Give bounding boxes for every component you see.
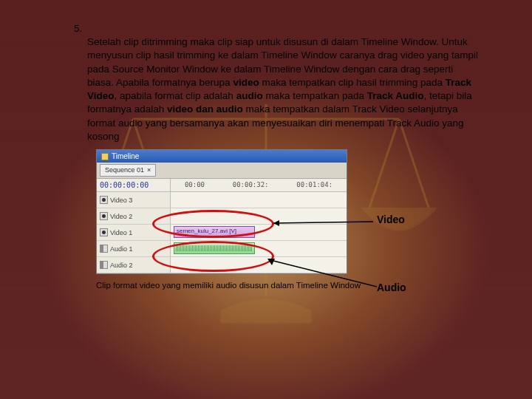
- timeline-figure: Timeline Sequence 01 × 00:00:00:00 00:00…: [96, 149, 347, 274]
- video-clip[interactable]: semen_kulu_27.avi [V]: [174, 226, 255, 238]
- track-label: Video 1: [110, 228, 132, 237]
- eye-icon[interactable]: [100, 228, 108, 236]
- eye-icon[interactable]: [100, 196, 108, 204]
- step-number: 5.: [74, 23, 82, 34]
- track-video-1: Video 1 semen_kulu_27.avi [V]: [97, 225, 347, 241]
- text: , apabila format clip adalah: [115, 90, 236, 101]
- tab-label: Sequence 01: [105, 166, 144, 174]
- time-ruler: 00:00:00:00 00:00 00:00:32: 00:01:04:: [97, 179, 347, 193]
- track-video-2: Video 2: [97, 208, 347, 225]
- ruler-tick: 00:01:04:: [296, 180, 332, 191]
- track-label: Video 3: [110, 196, 132, 205]
- ruler-tick: 00:00:32:: [233, 180, 269, 191]
- track-label: Video 2: [110, 212, 132, 221]
- speaker-icon[interactable]: [100, 261, 108, 269]
- bold: audio: [236, 90, 263, 101]
- window-title: Timeline: [112, 151, 139, 162]
- eye-icon[interactable]: [100, 212, 108, 220]
- slide-content: 5. Setelah clip ditrimming maka clip sia…: [0, 0, 532, 292]
- track-label: Audio 2: [110, 261, 133, 270]
- bold: video: [233, 77, 259, 88]
- track-audio-2: Audio 2: [97, 257, 347, 273]
- text: maka tempatkan clip hasil trimming pada: [259, 77, 446, 88]
- timeline-window: Timeline Sequence 01 × 00:00:00:00 00:00…: [96, 149, 347, 274]
- sequence-tabs: Sequence 01 ×: [97, 163, 347, 178]
- bold: Track Audio: [367, 90, 424, 101]
- bold: video dan audio: [167, 103, 243, 115]
- window-titlebar: Timeline: [97, 150, 347, 163]
- speaker-icon[interactable]: [100, 245, 108, 253]
- audio-clip[interactable]: [174, 242, 255, 254]
- track-label: Audio 1: [110, 245, 133, 253]
- sequence-tab[interactable]: Sequence 01 ×: [100, 164, 156, 176]
- current-timecode: 00:00:00:00: [97, 179, 171, 192]
- track-video-3: Video 3: [97, 192, 347, 208]
- timeline-icon: [101, 153, 109, 160]
- ruler-tick: 00:00: [185, 180, 205, 191]
- text: maka tempatkan pada: [263, 90, 367, 101]
- step-paragraph: 5. Setelah clip ditrimming maka clip sia…: [74, 22, 480, 143]
- track-audio-1: Audio 1: [97, 241, 347, 257]
- label-audio: Audio: [377, 281, 406, 295]
- figure-caption: Clip format video yang memiliki audio di…: [96, 280, 480, 292]
- label-video: Video: [377, 213, 405, 227]
- close-icon: ×: [147, 166, 151, 174]
